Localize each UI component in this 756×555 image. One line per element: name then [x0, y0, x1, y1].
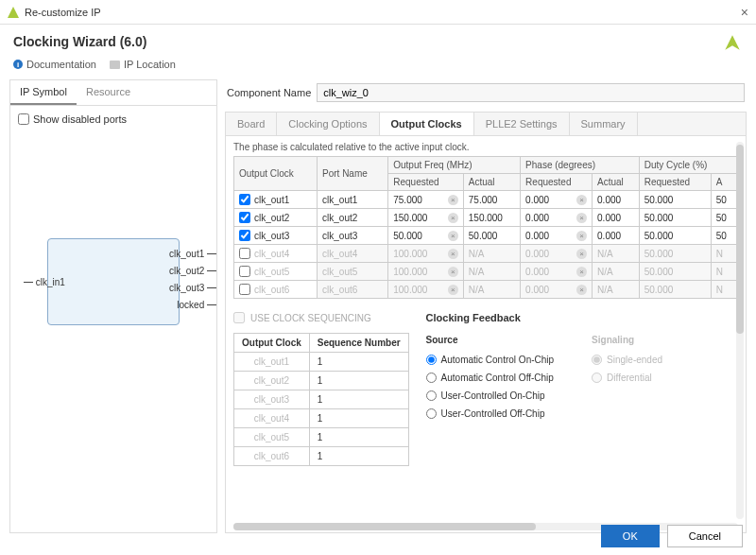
- clocking-feedback-block: Clocking Feedback Source Automatic Contr…: [426, 312, 738, 466]
- ok-button[interactable]: OK: [601, 525, 660, 547]
- feedback-source: Source Automatic Control On-Chip Automat…: [426, 335, 555, 426]
- header-links: iDocumentation IP Location: [0, 55, 756, 79]
- signaling-option: Differential: [592, 373, 662, 383]
- clock-enable-checkbox[interactable]: clk_out1: [239, 194, 312, 205]
- tab-clocking-options[interactable]: Clocking Options: [277, 113, 379, 135]
- clock-sequencing-block: USE CLOCK SEQUENCING Output ClockSequenc…: [233, 312, 409, 466]
- source-option[interactable]: Automatic Control Off-Chip: [426, 373, 555, 383]
- show-disabled-ports-checkbox[interactable]: Show disabled ports: [18, 113, 209, 125]
- cancel-button[interactable]: Cancel: [667, 525, 743, 547]
- phase-note: The phase is calculated relative to the …: [233, 142, 738, 152]
- close-icon[interactable]: ×: [741, 5, 748, 20]
- tab-summary[interactable]: Summary: [570, 113, 638, 135]
- clear-icon[interactable]: ×: [576, 267, 587, 277]
- clear-icon[interactable]: ×: [448, 267, 458, 277]
- table-row: clk_out61: [234, 447, 409, 466]
- source-option[interactable]: User-Controlled Off-Chip: [426, 408, 555, 419]
- clear-icon[interactable]: ×: [576, 195, 587, 205]
- table-row: clk_out5clk_out5100.000×N/A0.000×N/A50.0…: [234, 263, 738, 281]
- left-tabs: IP Symbol Resource: [10, 80, 216, 106]
- main-tabs: Board Clocking Options Output Clocks PLL…: [225, 112, 747, 136]
- clear-icon[interactable]: ×: [576, 249, 587, 259]
- clock-enable-checkbox[interactable]: clk_out6: [239, 284, 312, 295]
- output-clocks-table: Output Clock Port Name Output Freq (MHz)…: [233, 156, 738, 299]
- tab-resource[interactable]: Resource: [77, 80, 140, 105]
- clear-icon[interactable]: ×: [576, 213, 587, 223]
- title-bar: Re-customize IP ×: [0, 0, 756, 25]
- svg-marker-0: [8, 7, 19, 18]
- clock-enable-checkbox[interactable]: clk_out5: [239, 266, 312, 277]
- clear-icon[interactable]: ×: [576, 231, 587, 241]
- table-row: clk_out31: [234, 390, 409, 409]
- table-row: clk_out3clk_out350.000×50.0000.000×0.000…: [234, 227, 738, 245]
- window-title: Re-customize IP: [25, 7, 741, 18]
- page-title: Clocking Wizard (6.0): [13, 34, 743, 49]
- source-option[interactable]: User-Controlled On-Chip: [426, 390, 555, 401]
- clock-enable-checkbox[interactable]: clk_out3: [239, 230, 312, 241]
- tab-board[interactable]: Board: [226, 113, 277, 135]
- signaling-option: Single-ended: [592, 355, 662, 365]
- right-panel: Component Name Board Clocking Options Ou…: [225, 79, 747, 533]
- app-icon: [8, 7, 19, 18]
- component-name-input[interactable]: [317, 83, 745, 102]
- left-panel: IP Symbol Resource Show disabled ports c…: [9, 79, 217, 533]
- clear-icon[interactable]: ×: [448, 249, 458, 259]
- use-clock-sequencing-checkbox[interactable]: USE CLOCK SEQUENCING: [233, 312, 409, 323]
- clear-icon[interactable]: ×: [448, 285, 458, 295]
- clear-icon[interactable]: ×: [448, 231, 458, 241]
- vertical-scrollbar[interactable]: [736, 142, 744, 519]
- vendor-logo-icon: [722, 32, 743, 53]
- feedback-signaling: Signaling Single-ended Differential: [592, 335, 662, 426]
- table-row: clk_out41: [234, 409, 409, 428]
- documentation-link[interactable]: iDocumentation: [13, 59, 96, 70]
- source-option[interactable]: Automatic Control On-Chip: [426, 355, 555, 365]
- info-icon: i: [13, 60, 23, 69]
- clear-icon[interactable]: ×: [576, 285, 587, 295]
- folder-icon: [110, 61, 120, 69]
- port-clk-out1: clk_out1: [169, 249, 216, 259]
- ip-location-link[interactable]: IP Location: [110, 59, 176, 70]
- table-row: clk_out2clk_out2150.000×150.0000.000×0.0…: [234, 209, 738, 227]
- port-clk-in1: clk_in1: [24, 277, 65, 287]
- table-row: clk_out4clk_out4100.000×N/A0.000×N/A50.0…: [234, 245, 738, 263]
- clear-icon[interactable]: ×: [448, 195, 458, 205]
- tab-content: The phase is calculated relative to the …: [225, 136, 747, 533]
- table-row: clk_out11: [234, 353, 409, 372]
- clock-enable-checkbox[interactable]: clk_out4: [239, 248, 312, 259]
- component-name-label: Component Name: [227, 87, 311, 98]
- port-locked: locked: [177, 300, 216, 310]
- tab-ip-symbol[interactable]: IP Symbol: [10, 80, 77, 105]
- port-clk-out2: clk_out2: [169, 266, 216, 276]
- dialog-buttons: OK Cancel: [601, 525, 743, 547]
- header: Clocking Wizard (6.0): [0, 25, 756, 55]
- tab-output-clocks[interactable]: Output Clocks: [380, 113, 474, 135]
- clock-enable-checkbox[interactable]: clk_out2: [239, 212, 312, 223]
- tab-plle2-settings[interactable]: PLLE2 Settings: [474, 113, 570, 135]
- ip-symbol-block: clk_in1 clk_out1 clk_out2 clk_out3 locke…: [47, 238, 180, 325]
- table-row: clk_out51: [234, 428, 409, 447]
- table-row: clk_out1clk_out175.000×75.0000.000×0.000…: [234, 191, 738, 209]
- sequence-table: Output ClockSequence Number clk_out11clk…: [233, 333, 409, 466]
- port-clk-out3: clk_out3: [169, 283, 216, 293]
- table-row: clk_out6clk_out6100.000×N/A0.000×N/A50.0…: [234, 281, 738, 299]
- clear-icon[interactable]: ×: [448, 213, 458, 223]
- table-row: clk_out21: [234, 372, 409, 390]
